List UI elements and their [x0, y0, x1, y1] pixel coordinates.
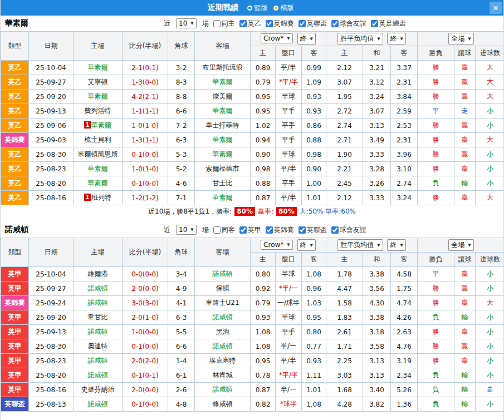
away-team[interactable]: 黑池 [195, 325, 251, 339]
corners: 6-1 [168, 368, 195, 383]
filter-checkbox[interactable] [213, 20, 221, 27]
filter-checkbox[interactable] [299, 20, 306, 27]
home-team[interactable]: 諾咸頓 [74, 281, 123, 296]
away-team[interactable]: 林肯城 [195, 368, 251, 383]
filter-checkbox[interactable] [239, 20, 247, 27]
away-team[interactable]: 諾咸頓 [195, 310, 251, 325]
away-team[interactable]: 諾咸頓 [195, 383, 251, 397]
wdl-result: 負 [418, 383, 454, 397]
win-rate-badge: 80% [234, 207, 255, 216]
home-team[interactable]: 華素爾 [74, 162, 123, 176]
away-team[interactable]: 華素爾 [195, 191, 251, 205]
away-team[interactable]: 華素爾 [195, 75, 251, 90]
away-team[interactable]: 甘士比 [195, 176, 251, 191]
home-team[interactable]: 史提芬納治 [74, 383, 123, 397]
games-count-select[interactable]: 10▼ [176, 225, 197, 235]
home-team[interactable]: 華素爾 [74, 61, 123, 75]
filter-option[interactable]: 英錦賽 [266, 19, 294, 28]
away-team[interactable]: 車路士U21 [195, 296, 251, 310]
match-date: 25-10-04 [29, 267, 74, 281]
home-team[interactable]: 1華素爾 [74, 118, 123, 133]
score: 2-0(2-0) [123, 354, 168, 368]
filter-option[interactable]: 英聯盃 [299, 19, 327, 28]
away-team[interactable]: 埃克塞特 [195, 354, 251, 368]
score: 2-1(0-1) [123, 61, 168, 75]
home-team[interactable]: 諾咸頓 [74, 354, 123, 368]
home-team[interactable]: 韋甘比 [74, 310, 123, 325]
col-avg-home-header: 主 [326, 253, 363, 267]
filter-option[interactable]: 同客 [213, 225, 235, 235]
away-team[interactable]: 華素爾 [195, 104, 251, 118]
home-team[interactable]: 艾寧頓 [74, 75, 123, 90]
away-team[interactable]: 布里斯托流浪 [195, 61, 251, 75]
odds-provider-select[interactable]: Crow*▼ [261, 240, 293, 250]
away-team-name: 燦美爾 [213, 92, 233, 100]
home-team[interactable]: 華素爾 [74, 176, 123, 191]
away-team-name: 車士打菲特 [206, 121, 239, 129]
table-header: 類型 日期 主場 比分(半場) 角球 客場 Crow*▼ 終▼ 胜平负均值▼ 終… [1, 238, 504, 267]
fulltime-select[interactable]: 全場▼ [448, 33, 473, 45]
avg-select[interactable]: 胜平负均值▼ [337, 33, 383, 45]
col-score-header: 比分(半場) [123, 32, 168, 61]
handicap-result: 贏 [454, 267, 476, 281]
filter-option[interactable]: 英乙 [239, 19, 261, 28]
away-team[interactable]: 諾咸頓 [195, 339, 251, 354]
fulltime-select[interactable]: 全場▼ [448, 239, 473, 251]
layout-vertical-option[interactable]: 豎版 [247, 3, 268, 13]
close-button[interactable]: ✕ [490, 2, 502, 14]
filter-checkbox[interactable] [331, 226, 339, 234]
final-odds-select[interactable]: 終▼ [297, 239, 316, 251]
games-count-select[interactable]: 10▼ [176, 18, 197, 28]
away-team[interactable]: 保頓 [195, 281, 251, 296]
final-odds-select[interactable]: 終▼ [297, 33, 316, 45]
avg-final-select[interactable]: 終▼ [387, 239, 405, 251]
wdl-result: 勝 [418, 118, 454, 133]
filter-option[interactable]: 英甲 [239, 225, 261, 235]
avg-select[interactable]: 胜平负均值▼ [337, 239, 383, 251]
home-team[interactable]: 諾咸頓 [74, 397, 123, 412]
away-team[interactable]: 華素爾 [195, 147, 251, 162]
filter-checkbox[interactable] [239, 226, 247, 234]
league-badge: 英乙 [1, 75, 29, 90]
avg-header-group: 胜平负均值▼ 終▼ [326, 238, 418, 253]
filter-option[interactable]: 英錦賽 [266, 225, 294, 235]
home-team[interactable]: 1班列特 [74, 191, 123, 205]
avg-final-select[interactable]: 終▼ [387, 33, 405, 45]
filter-checkbox[interactable] [266, 20, 273, 27]
filter-checkbox[interactable] [371, 20, 378, 27]
home-team[interactable]: 諾咸頓 [74, 368, 123, 383]
away-team[interactable]: 諾咸頓 [195, 267, 251, 281]
away-team[interactable]: 修咸頓 [195, 397, 251, 412]
home-team[interactable]: 米爾頓凱恩斯 [74, 147, 123, 162]
filter-checkbox[interactable] [266, 226, 273, 234]
home-team[interactable]: 諾咸頓 [74, 296, 123, 310]
filter-checkbox[interactable] [331, 20, 339, 27]
filter-option[interactable]: 同主 [213, 19, 235, 28]
home-team[interactable]: 梳士貝利 [74, 133, 123, 147]
home-team[interactable]: 華素爾 [74, 90, 123, 104]
filter-option[interactable]: 球會友誼 [331, 225, 366, 235]
wdl-result: 勝 [418, 281, 454, 296]
odds-provider-select[interactable]: Crow*▼ [261, 33, 293, 43]
away-team-name: 諾咸頓 [213, 270, 233, 278]
layout-horizontal-option[interactable]: 橫版 [273, 3, 294, 13]
filter-option[interactable]: 球會友誼 [331, 19, 366, 28]
home-team[interactable]: 費列活特 [74, 104, 123, 118]
home-team[interactable]: 維爾港 [74, 267, 123, 281]
away-team-name: 華素爾 [213, 194, 233, 201]
home-team[interactable]: 諾咸頓 [74, 325, 123, 339]
col-wdl-header: 勝負 [418, 46, 454, 61]
away-team[interactable]: 車士打菲特 [195, 118, 251, 133]
filter-option[interactable]: 英足總盃 [371, 19, 406, 28]
home-odds: 0.89 [251, 61, 276, 75]
away-team[interactable]: 燦美爾 [195, 90, 251, 104]
home-team[interactable]: 奧連特 [74, 339, 123, 354]
away-team[interactable]: 華素爾 [195, 133, 251, 147]
col-handicap-header: 盤口 [276, 253, 302, 267]
filter-checkbox[interactable] [213, 226, 221, 234]
away-odds: 0.96 [302, 281, 326, 296]
filter-option[interactable]: 英聯盃 [299, 225, 327, 235]
away-team[interactable]: 索爾福德市 [195, 162, 251, 176]
goals-result: 小 [476, 310, 504, 325]
filter-checkbox[interactable] [299, 226, 306, 234]
